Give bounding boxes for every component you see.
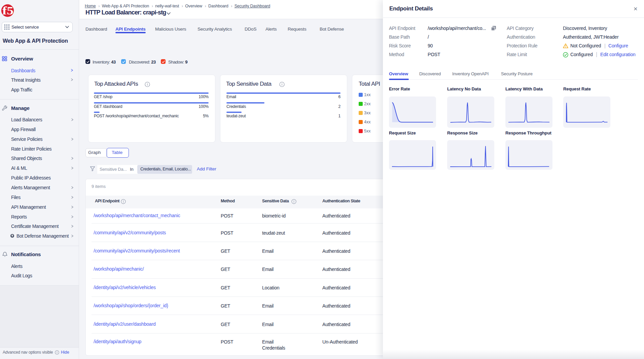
svg-text:f5: f5 [2, 5, 13, 17]
